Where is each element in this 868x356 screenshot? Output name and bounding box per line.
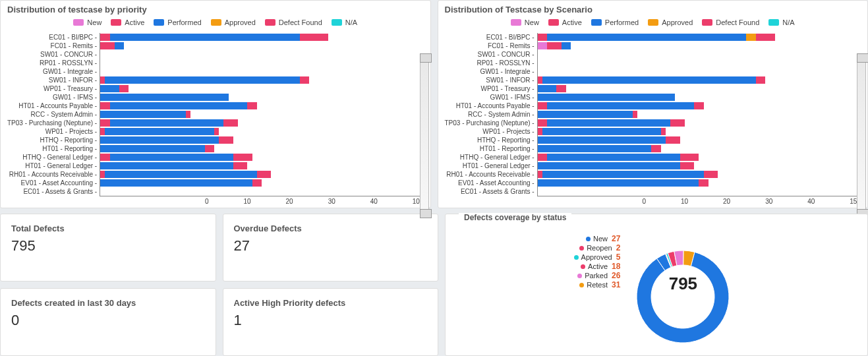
bar-segment-active[interactable] xyxy=(538,119,547,127)
bar-segment-active[interactable] xyxy=(538,171,542,178)
bar-segment-active[interactable] xyxy=(547,42,562,49)
bar-row[interactable] xyxy=(538,50,861,59)
bar-segment-performed[interactable] xyxy=(538,162,680,169)
bar-segment-performed[interactable] xyxy=(547,154,680,161)
bar-segment-active[interactable] xyxy=(538,154,547,161)
bar-segment-performed[interactable] xyxy=(100,111,186,118)
donut-legend-item[interactable]: Active18 xyxy=(574,262,621,271)
legend-item-na[interactable]: N/A xyxy=(768,18,794,26)
bar-row[interactable] xyxy=(100,153,423,162)
bar-segment-performed[interactable] xyxy=(100,85,119,92)
bar-segment-new[interactable] xyxy=(538,42,547,49)
bar-segment-active[interactable] xyxy=(100,42,115,49)
kpi-overdue-defects[interactable]: Overdue Defects 27 xyxy=(223,214,439,282)
bar-segment-defect_found[interactable] xyxy=(556,85,565,92)
donut-legend-item[interactable]: Reopen2 xyxy=(574,243,621,252)
bar-segment-defect_found[interactable] xyxy=(252,179,262,187)
bar-segment-defect_found[interactable] xyxy=(233,154,252,161)
bar-segment-defect_found[interactable] xyxy=(119,85,129,92)
bar-row[interactable] xyxy=(100,67,423,76)
bar-segment-active[interactable] xyxy=(538,76,542,84)
bar-row[interactable] xyxy=(100,84,423,93)
donut-card[interactable]: Defects coverage by status New27Reopen2A… xyxy=(445,214,868,356)
bar-row[interactable] xyxy=(100,33,423,42)
legend-item-performed[interactable]: Performed xyxy=(591,18,639,26)
legend-item-active[interactable]: Active xyxy=(548,18,582,26)
bar-row[interactable] xyxy=(538,76,861,84)
legend-item-new[interactable]: New xyxy=(511,18,539,26)
bar-row[interactable] xyxy=(100,119,423,127)
bar-segment-defect_found[interactable] xyxy=(704,171,718,178)
bar-row[interactable] xyxy=(538,42,861,50)
plot-area[interactable] xyxy=(537,33,861,196)
bar-row[interactable] xyxy=(100,76,423,84)
bar-segment-performed[interactable] xyxy=(110,119,224,127)
bar-segment-performed[interactable] xyxy=(547,119,670,127)
bar-segment-performed[interactable] xyxy=(105,128,214,135)
legend-item-approved[interactable]: Approved xyxy=(211,18,256,26)
bar-segment-defect_found[interactable] xyxy=(699,179,708,187)
bar-row[interactable] xyxy=(538,84,861,93)
bar-segment-defect_found[interactable] xyxy=(186,111,190,118)
bar-segment-performed[interactable] xyxy=(100,94,228,101)
bar-row[interactable] xyxy=(538,187,861,196)
bar-segment-defect_found[interactable] xyxy=(633,111,637,118)
bar-row[interactable] xyxy=(100,170,423,179)
bar-segment-defect_found[interactable] xyxy=(300,76,309,84)
bar-segment-defect_found[interactable] xyxy=(694,102,703,109)
bar-segment-performed[interactable] xyxy=(110,34,300,41)
bar-segment-active[interactable] xyxy=(100,119,109,127)
bar-row[interactable] xyxy=(100,42,423,50)
bar-segment-performed[interactable] xyxy=(538,94,676,101)
bar-row[interactable] xyxy=(538,170,861,179)
bar-row[interactable] xyxy=(538,136,861,144)
bar-segment-defect_found[interactable] xyxy=(247,102,256,109)
bar-row[interactable] xyxy=(100,144,423,153)
bar-row[interactable] xyxy=(538,110,861,119)
bar-row[interactable] xyxy=(100,59,423,67)
bar-row[interactable] xyxy=(538,67,861,76)
legend-item-active[interactable]: Active xyxy=(111,18,144,26)
bar-segment-defect_found[interactable] xyxy=(223,119,238,127)
bar-segment-defect_found[interactable] xyxy=(300,34,328,41)
bar-segment-performed[interactable] xyxy=(538,179,699,187)
bar-segment-defect_found[interactable] xyxy=(670,119,685,127)
bar-segment-defect_found[interactable] xyxy=(219,136,233,144)
bar-segment-defect_found[interactable] xyxy=(661,128,666,135)
bar-row[interactable] xyxy=(100,187,423,196)
bar-segment-active[interactable] xyxy=(100,34,109,41)
kpi-defects-30d[interactable]: Defects created in last 30 days 0 xyxy=(0,288,216,356)
donut-slice[interactable] xyxy=(637,252,729,343)
legend-item-defect_found[interactable]: Defect Found xyxy=(265,18,322,26)
bar-segment-performed[interactable] xyxy=(542,76,756,84)
bar-segment-performed[interactable] xyxy=(110,154,233,161)
bar-segment-performed[interactable] xyxy=(110,102,248,109)
bar-row[interactable] xyxy=(538,162,861,170)
chart-priority-card[interactable]: Distribution of testcase by priorityNewA… xyxy=(0,0,431,208)
bar-segment-performed[interactable] xyxy=(538,136,666,144)
bar-segment-performed[interactable] xyxy=(100,136,219,144)
bar-row[interactable] xyxy=(538,33,861,42)
bar-segment-defect_found[interactable] xyxy=(666,136,680,144)
bar-segment-active[interactable] xyxy=(538,34,547,41)
bar-segment-active[interactable] xyxy=(100,128,105,135)
bar-segment-active[interactable] xyxy=(538,128,542,135)
bar-row[interactable] xyxy=(100,110,423,119)
bar-row[interactable] xyxy=(538,144,861,153)
donut-legend-item[interactable]: Approved5 xyxy=(574,252,621,262)
bar-segment-defect_found[interactable] xyxy=(756,34,775,41)
bar-row[interactable] xyxy=(538,59,861,67)
donut-legend-item[interactable]: Parked26 xyxy=(574,271,621,280)
kpi-active-high-priority[interactable]: Active High Priority defects 1 xyxy=(223,288,439,356)
legend-item-new[interactable]: New xyxy=(73,18,101,26)
bar-row[interactable] xyxy=(538,102,861,110)
bar-segment-defect_found[interactable] xyxy=(756,76,765,84)
bar-segment-defect_found[interactable] xyxy=(214,128,219,135)
plot-area[interactable] xyxy=(100,33,423,196)
legend-item-approved[interactable]: Approved xyxy=(648,18,693,26)
bar-segment-performed[interactable] xyxy=(105,76,299,84)
bar-segment-defect_found[interactable] xyxy=(651,145,660,152)
kpi-total-defects[interactable]: Total Defects 795 xyxy=(0,214,216,282)
legend-item-na[interactable]: N/A xyxy=(332,18,357,26)
bar-row[interactable] xyxy=(100,162,423,170)
